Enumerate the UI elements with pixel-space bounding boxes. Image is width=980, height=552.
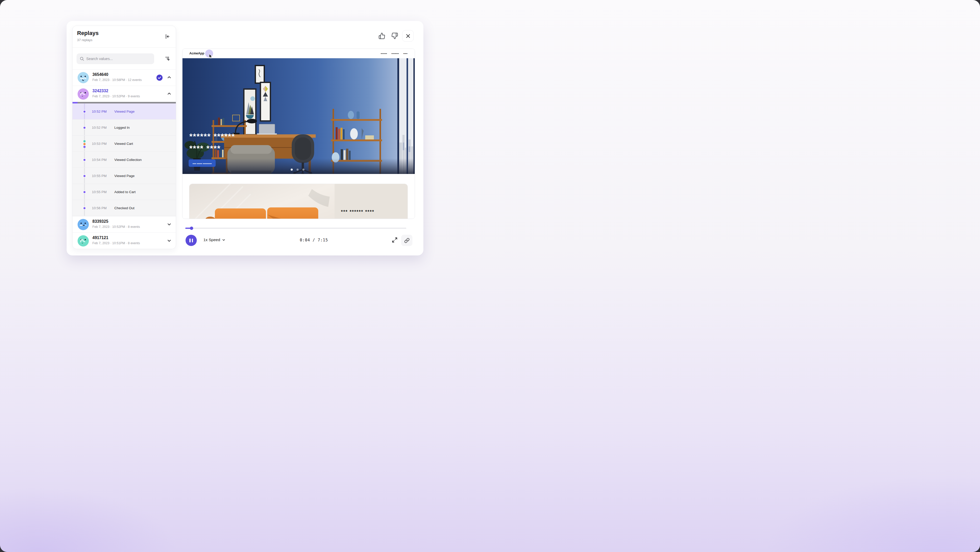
collapse-left-icon [165,34,170,39]
masked-nav-item[interactable]: ****** [381,53,387,55]
masked-hero-headline-line2: **** **** [189,144,221,153]
event-dot-purple [83,145,86,148]
close-button[interactable] [402,30,414,41]
event-label: Viewed Page [115,110,135,113]
thumbs-up-button[interactable] [377,31,387,41]
pause-icon [189,239,191,242]
playback-progress-thumb[interactable] [190,227,193,230]
fullscreen-button[interactable] [390,236,399,245]
event-time: 10:56 PM [92,206,107,210]
copy-link-button[interactable] [401,235,412,246]
carousel-dots [291,169,304,171]
speed-label: 1x Speed [204,238,220,242]
event-time: 10:55 PM [92,174,107,178]
event-row[interactable]: 10:53 PM Viewed Cart [73,136,176,152]
event-time: 10:53 PM [92,142,107,145]
pause-button[interactable] [186,235,197,246]
replayed-content-section: *** ****** **** [183,174,415,219]
replay-row[interactable]: 8339325 Feb 7, 2023 · 10:52PM · 8 events [73,216,176,233]
playback-progress-bar[interactable] [185,228,406,229]
event-label: Viewed Collection [115,158,142,162]
replay-meta: Feb 7, 2023 · 10:58PM · 12 events [92,78,142,82]
speed-dropdown[interactable]: 1x Speed [204,238,225,242]
thumbs-down-button[interactable] [390,31,400,41]
event-multi-dots [83,140,86,148]
avatar [78,235,89,247]
event-time: 10:52 PM [92,110,107,113]
replay-id: 3242332 [92,89,108,93]
event-label: Checked Out [115,206,135,210]
event-dot [83,158,86,161]
masked-cta-label: **** ****** ********** [192,163,212,165]
event-dot [83,191,86,194]
search-row [73,48,176,69]
chevron-down-icon [222,238,225,242]
avatar [78,72,89,83]
playback-time: 0:04 / 7:15 [278,238,350,242]
thumbs-down-icon [391,32,398,39]
chevron-down-icon[interactable] [167,222,171,226]
replay-meta: Feb 7, 2023 · 10:52PM · 9 events [92,94,140,98]
replayed-hero-banner: ****** ****** **** **** **** ****** ****… [183,58,415,174]
watched-check-badge [156,75,162,81]
masked-hero-headline-line1: ****** ****** [189,132,235,141]
event-dot [83,174,86,177]
event-row[interactable]: 10:55 PM Viewed Page [73,168,176,184]
panel-title: Replays [77,30,99,37]
thumbs-up-icon [379,32,385,39]
replay-count: 37 replays [77,38,92,42]
replay-meta: Feb 7, 2023 · 10:51PM · 8 events [92,241,140,245]
event-dot [83,207,86,210]
search-input[interactable] [86,53,153,64]
replayed-app-nav: ****** ******* **** [381,52,407,55]
event-row-active[interactable]: 10:52 PM Viewed Page [73,104,176,120]
chevron-up-icon[interactable] [167,75,171,80]
event-time: 10:54 PM [92,158,107,162]
replayed-app-logo: AcmeApp [189,52,204,55]
search-box[interactable] [76,53,154,64]
event-dot-teal [83,140,86,142]
replay-meta: Feb 7, 2023 · 10:52PM · 8 events [92,225,140,229]
carousel-dot[interactable] [297,169,299,171]
event-dot-orange [83,143,86,145]
chevron-down-icon[interactable] [167,239,171,242]
chevron-up-icon[interactable] [167,92,171,96]
mouse-cursor [208,54,213,59]
replays-panel-header: Replays 37 replays [73,26,176,48]
event-row[interactable]: 10:56 PM Checked Out [73,200,176,216]
expand-icon [392,237,398,243]
event-row[interactable]: 10:55 PM Added to Cart [73,184,176,200]
replay-row-selected[interactable]: 3242332 Feb 7, 2023 · 10:52PM · 9 events [73,86,176,102]
replay-viewer-modal: Replays 37 replays 3654640 Feb 7, 2023 ·… [67,21,423,255]
event-label: Added to Cart [115,190,135,194]
product-card[interactable]: *** ****** **** [189,184,407,219]
avatar [78,88,89,100]
carousel-dot-active[interactable] [291,169,293,171]
collapse-panel-button[interactable] [164,33,171,41]
link-icon [404,238,410,243]
event-dot [83,110,86,113]
replayed-app-topbar: AcmeApp ****** ******* **** [183,49,415,58]
avatar [78,219,89,230]
hero-cta-button[interactable]: **** ****** ********** [189,160,216,167]
event-label: Viewed Page [115,174,135,178]
replay-row[interactable]: 3654640 Feb 7, 2023 · 10:58PM · 12 event… [73,69,176,86]
viewer-actions [377,30,414,41]
product-card-text-panel: *** ****** **** [334,184,407,219]
sofa-photo [189,184,334,219]
event-time: 10:55 PM [92,190,107,194]
event-dot [83,126,86,129]
event-row[interactable]: 10:54 PM Viewed Collection [73,152,176,168]
carousel-dot[interactable] [302,169,304,171]
replays-panel: Replays 37 replays 3654640 Feb 7, 2023 ·… [72,26,176,249]
event-row[interactable]: 10:52 PM Logged In [73,120,176,136]
masked-nav-item[interactable]: **** [403,53,407,55]
sort-button[interactable] [164,55,171,62]
masked-card-caption: *** ****** **** [341,209,374,215]
replay-id: 3654640 [92,72,108,77]
masked-nav-item[interactable]: ******* [391,53,399,55]
sort-descending-icon [165,56,170,61]
search-icon [80,56,84,61]
event-label: Logged In [115,126,130,129]
replay-row[interactable]: 4917121 Feb 7, 2023 · 10:51PM · 8 events [73,233,176,249]
